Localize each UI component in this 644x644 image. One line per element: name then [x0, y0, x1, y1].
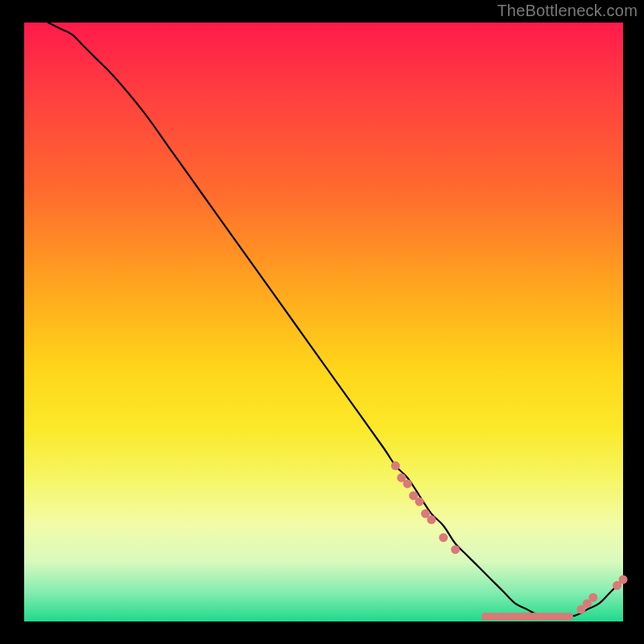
data-dot [588, 593, 597, 602]
data-dot [391, 461, 400, 470]
data-dot [415, 497, 424, 506]
data-dot [403, 479, 412, 488]
watermark-text: TheBottleneck.com [497, 2, 638, 20]
bottleneck-curve [48, 23, 623, 616]
data-dot [451, 545, 460, 554]
chart-frame: TheBottleneck.com [0, 0, 644, 644]
data-dot [619, 575, 628, 584]
curve-layer [24, 23, 623, 621]
data-dot [439, 533, 448, 542]
plot-area [24, 23, 623, 621]
data-dot [427, 515, 436, 524]
data-dot [565, 613, 573, 621]
